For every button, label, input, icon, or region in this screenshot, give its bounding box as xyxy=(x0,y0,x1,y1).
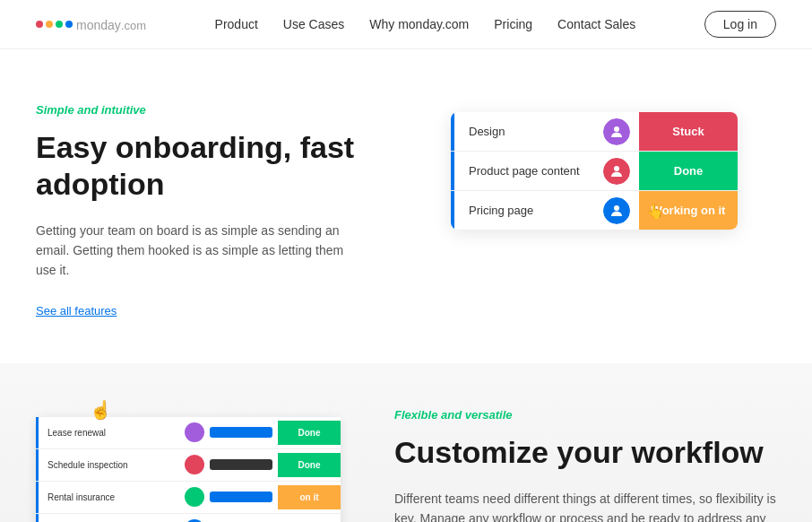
task-avatar-product xyxy=(603,158,630,185)
mini-task-row-2: Schedule inspection Done xyxy=(36,449,341,482)
task-avatar-pricing xyxy=(603,197,630,224)
logo-dot-1 xyxy=(36,21,43,28)
mini-avatar-3 xyxy=(185,487,204,507)
cursor-icon: 👆 xyxy=(646,202,664,219)
section-2-title: Customize your workflow xyxy=(394,434,776,471)
mini-task-row-4: Send contract xyxy=(36,514,341,522)
mini-task-widget: Lease renewal Done Schedule inspection D xyxy=(36,417,341,522)
mini-task-row-1: Lease renewal Done xyxy=(36,417,341,449)
nav-item-why[interactable]: Why monday.com xyxy=(369,16,469,32)
mini-avatar-2 xyxy=(185,455,204,474)
task-row-product-page: Product page content Done xyxy=(451,152,738,191)
mini-task-name-4: Send contract xyxy=(39,518,185,522)
login-button[interactable]: Log in xyxy=(704,11,776,38)
task-avatar-design xyxy=(603,118,630,145)
mini-status-2: Done xyxy=(278,453,341,477)
cursor-hand-icon: ☝️ xyxy=(90,399,112,421)
svg-point-2 xyxy=(614,205,619,211)
section-2-tag: Flexible and versatile xyxy=(394,408,776,422)
svg-point-0 xyxy=(614,126,619,132)
mini-task-row-3: Rental insurance on it xyxy=(36,482,341,514)
section-1-description: Getting your team on board is as simple … xyxy=(36,221,358,281)
nav-item-product[interactable]: Product xyxy=(215,16,258,32)
logo-dots xyxy=(36,21,73,28)
task-name-pricing: Pricing page xyxy=(454,191,603,230)
section-onboarding: Simple and intuitive Easy onboarding, fa… xyxy=(0,49,812,363)
section-1-tag: Simple and intuitive xyxy=(36,103,358,117)
nav-item-use-cases[interactable]: Use Cases xyxy=(283,16,344,32)
logo-wordmark: monday.com xyxy=(76,15,146,34)
nav-item-pricing[interactable]: Pricing xyxy=(494,16,532,32)
navbar: monday.com Product Use Cases Why monday.… xyxy=(0,0,812,49)
section-workflow: ☝️ Lease renewal Done Schedule inspectio… xyxy=(0,363,812,522)
task-name-design: Design xyxy=(454,112,603,151)
mini-task-name-2: Schedule inspection xyxy=(39,453,185,477)
mini-status-3: on it xyxy=(278,485,341,509)
mini-status-1: Done xyxy=(278,421,341,445)
mini-widget-wrapper: ☝️ Lease renewal Done Schedule inspectio… xyxy=(36,417,341,522)
mini-progress-1 xyxy=(210,427,272,438)
mini-progress-3 xyxy=(210,492,272,502)
mini-task-name-1: Lease renewal xyxy=(39,421,185,445)
logo-dot-3 xyxy=(56,21,63,28)
logo[interactable]: monday.com xyxy=(36,15,146,34)
section-2-right-content: Flexible and versatile Customize your wo… xyxy=(394,399,776,522)
section-2-description: Different teams need different things at… xyxy=(394,489,776,522)
section-1-title: Easy onboarding, fast adoption xyxy=(36,129,358,203)
nav-item-contact[interactable]: Contact Sales xyxy=(557,16,635,32)
logo-dot-2 xyxy=(46,21,53,28)
task-row-pricing: Pricing page 👆 Working on it xyxy=(451,191,738,230)
task-status-pricing: 👆 Working on it xyxy=(639,191,738,230)
task-status-design: Stuck xyxy=(639,112,738,151)
task-status-product-page: Done xyxy=(639,152,738,190)
svg-point-1 xyxy=(614,166,619,171)
section-1-left-content: Simple and intuitive Easy onboarding, fa… xyxy=(36,103,358,318)
task-row-design: Design Stuck xyxy=(451,112,738,152)
task-name-product-page: Product page content xyxy=(454,152,603,190)
mini-task-name-3: Rental insurance xyxy=(39,485,185,509)
logo-dot-4 xyxy=(65,21,73,28)
section-2-left-widget: ☝️ Lease renewal Done Schedule inspectio… xyxy=(36,399,341,522)
task-widget: Design Stuck Product page content Done xyxy=(451,112,738,230)
see-all-features-link[interactable]: See all features xyxy=(36,304,117,318)
section-1-widget-area: Design Stuck Product page content Done xyxy=(412,103,776,230)
nav-links: Product Use Cases Why monday.com Pricing… xyxy=(215,16,636,32)
mini-avatar-1 xyxy=(185,422,204,442)
mini-progress-2 xyxy=(210,459,272,470)
